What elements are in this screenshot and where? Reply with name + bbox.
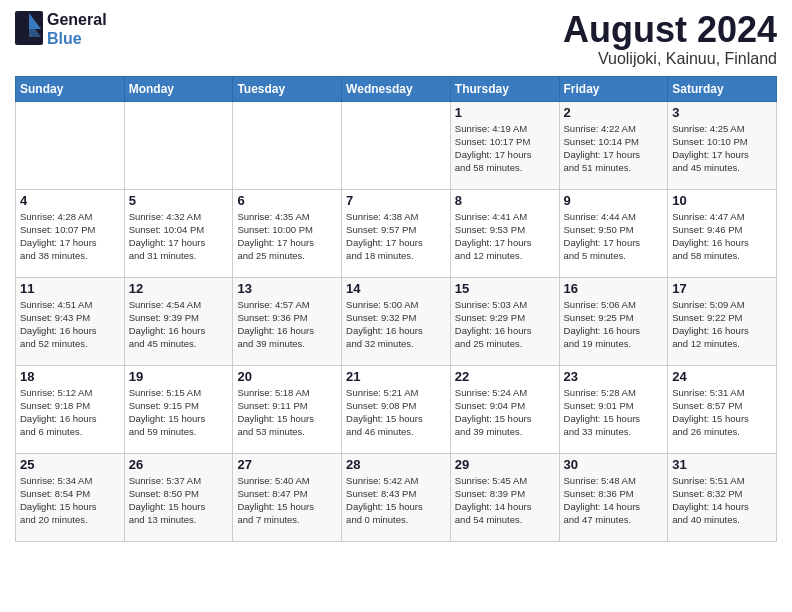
header-friday: Friday bbox=[559, 76, 668, 101]
day-info: Sunrise: 5:15 AM Sunset: 9:15 PM Dayligh… bbox=[129, 386, 229, 439]
calendar-cell: 28Sunrise: 5:42 AM Sunset: 8:43 PM Dayli… bbox=[342, 453, 451, 541]
day-info: Sunrise: 5:12 AM Sunset: 9:18 PM Dayligh… bbox=[20, 386, 120, 439]
header-monday: Monday bbox=[124, 76, 233, 101]
calendar-cell bbox=[233, 101, 342, 189]
calendar-cell: 5Sunrise: 4:32 AM Sunset: 10:04 PM Dayli… bbox=[124, 189, 233, 277]
logo-blue-text: Blue bbox=[47, 29, 107, 48]
location: Vuolijoki, Kainuu, Finland bbox=[563, 50, 777, 68]
day-info: Sunrise: 5:28 AM Sunset: 9:01 PM Dayligh… bbox=[564, 386, 664, 439]
day-number: 8 bbox=[455, 193, 555, 208]
calendar-cell: 25Sunrise: 5:34 AM Sunset: 8:54 PM Dayli… bbox=[16, 453, 125, 541]
header-wednesday: Wednesday bbox=[342, 76, 451, 101]
day-number: 18 bbox=[20, 369, 120, 384]
header-sunday: Sunday bbox=[16, 76, 125, 101]
header-thursday: Thursday bbox=[450, 76, 559, 101]
day-info: Sunrise: 4:28 AM Sunset: 10:07 PM Daylig… bbox=[20, 210, 120, 263]
calendar-cell: 31Sunrise: 5:51 AM Sunset: 8:32 PM Dayli… bbox=[668, 453, 777, 541]
day-number: 17 bbox=[672, 281, 772, 296]
day-info: Sunrise: 4:44 AM Sunset: 9:50 PM Dayligh… bbox=[564, 210, 664, 263]
calendar-cell: 26Sunrise: 5:37 AM Sunset: 8:50 PM Dayli… bbox=[124, 453, 233, 541]
day-info: Sunrise: 5:48 AM Sunset: 8:36 PM Dayligh… bbox=[564, 474, 664, 527]
day-info: Sunrise: 4:47 AM Sunset: 9:46 PM Dayligh… bbox=[672, 210, 772, 263]
calendar-cell: 7Sunrise: 4:38 AM Sunset: 9:57 PM Daylig… bbox=[342, 189, 451, 277]
day-number: 27 bbox=[237, 457, 337, 472]
day-info: Sunrise: 4:38 AM Sunset: 9:57 PM Dayligh… bbox=[346, 210, 446, 263]
calendar-cell: 18Sunrise: 5:12 AM Sunset: 9:18 PM Dayli… bbox=[16, 365, 125, 453]
day-info: Sunrise: 5:40 AM Sunset: 8:47 PM Dayligh… bbox=[237, 474, 337, 527]
calendar-cell: 9Sunrise: 4:44 AM Sunset: 9:50 PM Daylig… bbox=[559, 189, 668, 277]
day-info: Sunrise: 4:22 AM Sunset: 10:14 PM Daylig… bbox=[564, 122, 664, 175]
header-tuesday: Tuesday bbox=[233, 76, 342, 101]
day-number: 6 bbox=[237, 193, 337, 208]
calendar-cell: 8Sunrise: 4:41 AM Sunset: 9:53 PM Daylig… bbox=[450, 189, 559, 277]
calendar-cell: 11Sunrise: 4:51 AM Sunset: 9:43 PM Dayli… bbox=[16, 277, 125, 365]
day-number: 9 bbox=[564, 193, 664, 208]
calendar-week-1: 1Sunrise: 4:19 AM Sunset: 10:17 PM Dayli… bbox=[16, 101, 777, 189]
day-number: 24 bbox=[672, 369, 772, 384]
day-number: 7 bbox=[346, 193, 446, 208]
day-info: Sunrise: 5:31 AM Sunset: 8:57 PM Dayligh… bbox=[672, 386, 772, 439]
calendar-cell: 13Sunrise: 4:57 AM Sunset: 9:36 PM Dayli… bbox=[233, 277, 342, 365]
day-number: 31 bbox=[672, 457, 772, 472]
calendar-cell: 20Sunrise: 5:18 AM Sunset: 9:11 PM Dayli… bbox=[233, 365, 342, 453]
day-number: 21 bbox=[346, 369, 446, 384]
calendar-cell: 22Sunrise: 5:24 AM Sunset: 9:04 PM Dayli… bbox=[450, 365, 559, 453]
day-info: Sunrise: 5:24 AM Sunset: 9:04 PM Dayligh… bbox=[455, 386, 555, 439]
day-number: 16 bbox=[564, 281, 664, 296]
day-number: 13 bbox=[237, 281, 337, 296]
day-info: Sunrise: 4:57 AM Sunset: 9:36 PM Dayligh… bbox=[237, 298, 337, 351]
day-info: Sunrise: 5:34 AM Sunset: 8:54 PM Dayligh… bbox=[20, 474, 120, 527]
calendar-cell: 27Sunrise: 5:40 AM Sunset: 8:47 PM Dayli… bbox=[233, 453, 342, 541]
day-info: Sunrise: 5:42 AM Sunset: 8:43 PM Dayligh… bbox=[346, 474, 446, 527]
calendar-cell: 2Sunrise: 4:22 AM Sunset: 10:14 PM Dayli… bbox=[559, 101, 668, 189]
day-info: Sunrise: 4:54 AM Sunset: 9:39 PM Dayligh… bbox=[129, 298, 229, 351]
day-info: Sunrise: 4:35 AM Sunset: 10:00 PM Daylig… bbox=[237, 210, 337, 263]
calendar-cell: 12Sunrise: 4:54 AM Sunset: 9:39 PM Dayli… bbox=[124, 277, 233, 365]
header-row: Sunday Monday Tuesday Wednesday Thursday… bbox=[16, 76, 777, 101]
day-info: Sunrise: 5:06 AM Sunset: 9:25 PM Dayligh… bbox=[564, 298, 664, 351]
day-number: 26 bbox=[129, 457, 229, 472]
title-section: August 2024 Vuolijoki, Kainuu, Finland bbox=[563, 10, 777, 68]
calendar-cell: 16Sunrise: 5:06 AM Sunset: 9:25 PM Dayli… bbox=[559, 277, 668, 365]
calendar-cell: 1Sunrise: 4:19 AM Sunset: 10:17 PM Dayli… bbox=[450, 101, 559, 189]
calendar-week-5: 25Sunrise: 5:34 AM Sunset: 8:54 PM Dayli… bbox=[16, 453, 777, 541]
logo-general-text: General bbox=[47, 10, 107, 29]
calendar-cell: 19Sunrise: 5:15 AM Sunset: 9:15 PM Dayli… bbox=[124, 365, 233, 453]
day-info: Sunrise: 4:41 AM Sunset: 9:53 PM Dayligh… bbox=[455, 210, 555, 263]
calendar-body: 1Sunrise: 4:19 AM Sunset: 10:17 PM Dayli… bbox=[16, 101, 777, 541]
calendar-cell: 3Sunrise: 4:25 AM Sunset: 10:10 PM Dayli… bbox=[668, 101, 777, 189]
calendar-cell: 29Sunrise: 5:45 AM Sunset: 8:39 PM Dayli… bbox=[450, 453, 559, 541]
day-info: Sunrise: 5:51 AM Sunset: 8:32 PM Dayligh… bbox=[672, 474, 772, 527]
calendar-week-3: 11Sunrise: 4:51 AM Sunset: 9:43 PM Dayli… bbox=[16, 277, 777, 365]
logo-icon bbox=[15, 11, 45, 47]
day-info: Sunrise: 4:25 AM Sunset: 10:10 PM Daylig… bbox=[672, 122, 772, 175]
day-number: 12 bbox=[129, 281, 229, 296]
day-number: 15 bbox=[455, 281, 555, 296]
day-number: 22 bbox=[455, 369, 555, 384]
day-number: 2 bbox=[564, 105, 664, 120]
calendar-week-2: 4Sunrise: 4:28 AM Sunset: 10:07 PM Dayli… bbox=[16, 189, 777, 277]
calendar-cell bbox=[124, 101, 233, 189]
calendar-header: Sunday Monday Tuesday Wednesday Thursday… bbox=[16, 76, 777, 101]
day-number: 14 bbox=[346, 281, 446, 296]
logo-text: General Blue bbox=[47, 10, 107, 48]
day-info: Sunrise: 5:03 AM Sunset: 9:29 PM Dayligh… bbox=[455, 298, 555, 351]
day-info: Sunrise: 4:32 AM Sunset: 10:04 PM Daylig… bbox=[129, 210, 229, 263]
day-info: Sunrise: 5:00 AM Sunset: 9:32 PM Dayligh… bbox=[346, 298, 446, 351]
logo: General Blue bbox=[15, 10, 107, 48]
header-saturday: Saturday bbox=[668, 76, 777, 101]
day-number: 3 bbox=[672, 105, 772, 120]
calendar-cell: 17Sunrise: 5:09 AM Sunset: 9:22 PM Dayli… bbox=[668, 277, 777, 365]
day-info: Sunrise: 5:37 AM Sunset: 8:50 PM Dayligh… bbox=[129, 474, 229, 527]
calendar-cell: 30Sunrise: 5:48 AM Sunset: 8:36 PM Dayli… bbox=[559, 453, 668, 541]
day-number: 20 bbox=[237, 369, 337, 384]
calendar-cell: 4Sunrise: 4:28 AM Sunset: 10:07 PM Dayli… bbox=[16, 189, 125, 277]
day-info: Sunrise: 5:45 AM Sunset: 8:39 PM Dayligh… bbox=[455, 474, 555, 527]
calendar-cell: 23Sunrise: 5:28 AM Sunset: 9:01 PM Dayli… bbox=[559, 365, 668, 453]
calendar-cell bbox=[342, 101, 451, 189]
day-info: Sunrise: 5:18 AM Sunset: 9:11 PM Dayligh… bbox=[237, 386, 337, 439]
calendar-table: Sunday Monday Tuesday Wednesday Thursday… bbox=[15, 76, 777, 542]
day-number: 4 bbox=[20, 193, 120, 208]
calendar-cell: 10Sunrise: 4:47 AM Sunset: 9:46 PM Dayli… bbox=[668, 189, 777, 277]
calendar-week-4: 18Sunrise: 5:12 AM Sunset: 9:18 PM Dayli… bbox=[16, 365, 777, 453]
